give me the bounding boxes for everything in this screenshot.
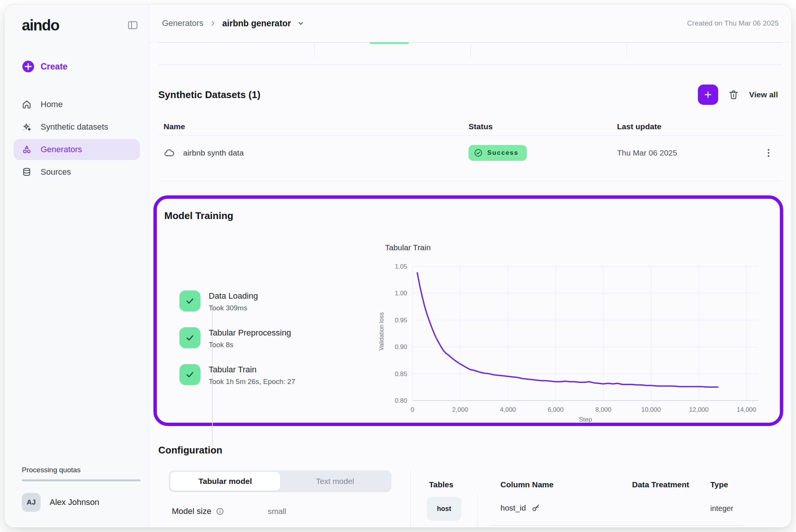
active-tab-underline [370, 42, 409, 44]
step-tabular-preprocessing: Tabular Preprocessing Took 8s [179, 327, 337, 349]
step-data-loading: Data Loading Took 309ms [179, 290, 337, 312]
datasets-table: Name Status Last update airbnb synth dat… [158, 118, 782, 170]
loss-chart: Tabular Train Validation loss 02,0004,00… [373, 241, 777, 427]
step-title: Data Loading [209, 290, 258, 301]
user-name: Alex Johnson [50, 497, 99, 507]
create-button[interactable]: Create [22, 60, 68, 73]
type-header: Type [710, 480, 728, 489]
breadcrumb-generators-link[interactable]: Generators [162, 18, 203, 28]
row-menu-icon[interactable] [763, 147, 774, 159]
configuration-title: Configuration [158, 444, 782, 456]
add-dataset-button[interactable] [698, 85, 718, 105]
processing-quotas-label: Processing quotas [22, 466, 141, 474]
database-icon [22, 167, 32, 177]
status-badge-label: Success [487, 149, 519, 157]
column-row-host-id: host_id [500, 503, 540, 512]
view-all-link[interactable]: View all [749, 90, 778, 99]
sidebar-item-label: Synthetic datasets [41, 122, 108, 132]
cutoff-table-strip [158, 42, 782, 65]
sidebar-item-generators[interactable]: Generators [14, 139, 140, 160]
svg-text:0.95: 0.95 [395, 317, 407, 324]
shapes-icon [22, 145, 32, 154]
chevron-right-icon [209, 20, 216, 27]
quota-progress-bar [22, 479, 141, 481]
type-value: integer [710, 504, 733, 513]
check-icon [179, 364, 200, 385]
tab-tabular-model[interactable]: Tabular model [170, 472, 280, 491]
content-area: Generators airbnb generator Created on T… [149, 5, 791, 527]
model-size-label: Model size [172, 506, 211, 516]
svg-text:4,000: 4,000 [500, 406, 516, 413]
sidebar-item-label: Home [41, 100, 63, 109]
datasets-section-title: Synthetic Datasets (1) [158, 89, 261, 101]
dataset-row[interactable]: airbnb synth data Success Thu Mar 06 202… [158, 136, 782, 170]
sidebar: aindo Create Home Synthetic dat [5, 5, 149, 527]
svg-text:0.90: 0.90 [395, 343, 407, 351]
check-circle-icon [474, 148, 483, 157]
data-treatment-header: Data Treatment [632, 480, 689, 489]
check-icon [179, 290, 200, 311]
model-size-row: Model size small [172, 506, 382, 516]
svg-text:8,000: 8,000 [595, 406, 611, 413]
model-training-title: Model Training [164, 210, 233, 222]
collapse-sidebar-icon[interactable] [127, 20, 138, 31]
processing-quotas: Processing quotas [22, 466, 141, 481]
sparkles-icon [22, 122, 32, 132]
svg-text:0.85: 0.85 [395, 370, 407, 378]
chart-xlabel: Step [412, 416, 758, 423]
app-window: aindo Create Home Synthetic dat [5, 5, 791, 527]
last-update-value: Thu Mar 06 2025 [617, 148, 754, 157]
sidebar-item-label: Sources [41, 167, 71, 177]
svg-text:6,000: 6,000 [547, 406, 564, 413]
sidebar-item-home[interactable]: Home [14, 94, 140, 115]
avatar: AJ [22, 493, 41, 512]
status-badge: Success [469, 145, 527, 161]
main-scroll: Synthetic Datasets (1) View all [149, 42, 791, 527]
trash-icon [728, 96, 739, 101]
sidebar-item-label: Generators [41, 145, 82, 154]
create-label: Create [41, 62, 68, 72]
model-size-value: small [268, 507, 286, 516]
column-name-value: host_id [500, 503, 526, 512]
step-title: Tabular Preprocessing [209, 327, 291, 338]
svg-text:1.05: 1.05 [395, 263, 407, 270]
step-title: Tabular Train [209, 364, 295, 375]
table-chip-host[interactable]: host [427, 497, 461, 521]
sidebar-nav: Home Synthetic datasets Generators Sourc… [14, 94, 140, 183]
column-name-header: Column Name [500, 480, 553, 489]
plus-icon [703, 90, 713, 100]
breadcrumb-current: airbnb generator [222, 18, 291, 29]
chart-title: Tabular Train [385, 243, 431, 252]
training-steps: Data Loading Took 309ms Tabular Preproce… [179, 290, 337, 401]
model-tabs: Tabular model Text model [169, 470, 391, 492]
sidebar-item-synthetic-datasets[interactable]: Synthetic datasets [14, 116, 140, 138]
chevron-down-icon[interactable] [297, 20, 305, 27]
topbar: Generators airbnb generator Created on T… [149, 5, 791, 42]
model-training-card: Model Training Data Loading Took 309ms [153, 195, 783, 426]
delete-dataset-button[interactable] [728, 89, 739, 100]
step-tabular-train: Tabular Train Took 1h 5m 26s, Epoch: 27 [179, 364, 337, 386]
svg-text:14,000: 14,000 [737, 406, 756, 413]
loss-chart-svg: 02,0004,0006,0008,00010,00012,00014,0000… [384, 256, 775, 414]
step-subtitle: Took 8s [209, 341, 291, 349]
key-icon [531, 503, 540, 512]
svg-text:10,000: 10,000 [641, 406, 661, 413]
info-icon[interactable] [216, 507, 224, 515]
app-logo: aindo [22, 17, 59, 34]
check-icon [179, 327, 200, 348]
dataset-name: airbnb synth data [183, 148, 244, 157]
plus-circle-icon [22, 60, 35, 73]
svg-text:0.80: 0.80 [395, 397, 407, 404]
user-menu[interactable]: AJ Alex Johnson [22, 493, 99, 512]
sidebar-item-sources[interactable]: Sources [14, 162, 140, 183]
tab-text-model[interactable]: Text model [280, 472, 390, 491]
column-header-name: Name [158, 122, 469, 131]
column-header-last-update: Last update [617, 122, 754, 131]
step-subtitle: Took 309ms [209, 304, 258, 312]
tables-header: Tables [429, 480, 453, 489]
step-subtitle: Took 1h 5m 26s, Epoch: 27 [209, 378, 295, 386]
cloud-icon [164, 147, 175, 159]
created-on-text: Created on Thu Mar 06 2025 [687, 19, 779, 27]
breadcrumb: Generators airbnb generator [162, 18, 305, 29]
configuration-section: Configuration Tabular model Text model M… [158, 444, 782, 527]
